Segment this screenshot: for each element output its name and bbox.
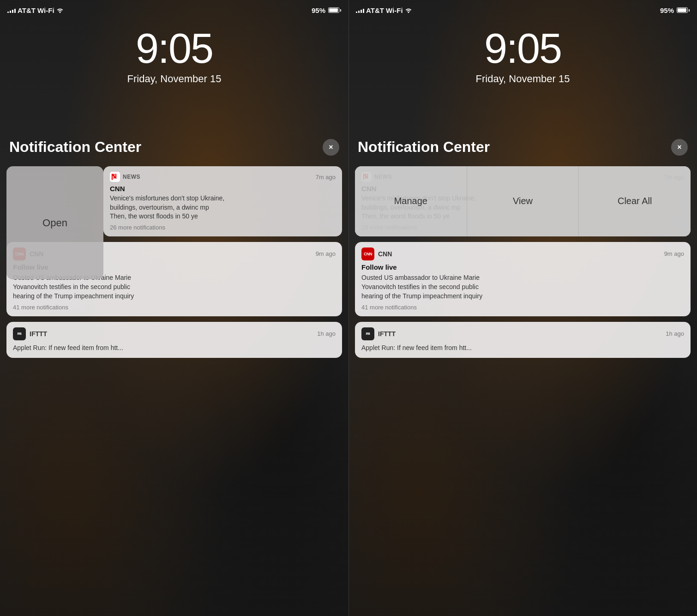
right-cnn-time: 9m ago: [664, 250, 684, 257]
screen-divider: [348, 0, 349, 616]
left-ifttt-source: ifttt IFTTT: [13, 327, 47, 340]
left-notifications-area: Open: [0, 166, 348, 616]
left-open-label[interactable]: Open: [42, 217, 67, 229]
left-ifttt-body: Applet Run: If new feed item from htt...: [13, 343, 336, 352]
left-news-body: Venice's misfortunes don't stop Ukraine,…: [110, 194, 336, 221]
right-cnn-icon: CNN: [361, 248, 374, 260]
left-status-right: 95%: [312, 6, 341, 14]
right-ifttt-icon: ifttt: [361, 327, 374, 340]
right-status-left: AT&T Wi-Fi: [356, 6, 412, 14]
right-cnn-card[interactable]: CNN CNN 9m ago Follow live Ousted US amb…: [355, 242, 691, 316]
right-carrier: AT&T Wi-Fi: [366, 6, 403, 14]
left-news-card[interactable]: NEWS 7m ago CNN Venice's misfortunes don…: [103, 166, 342, 236]
right-ifttt-app-name: IFTTT: [378, 330, 396, 338]
right-action-buttons: Manage View Clear All: [355, 166, 691, 236]
left-news-more: 26 more notifications: [110, 224, 336, 231]
left-carrier: AT&T Wi-Fi: [18, 6, 54, 14]
right-date: Friday, November 15: [348, 73, 697, 85]
left-time-display: 9:05 Friday, November 15: [0, 28, 348, 85]
right-status-right: 95%: [660, 6, 690, 14]
clear-all-button[interactable]: Clear All: [579, 166, 691, 236]
signal-bar-r2: [358, 11, 360, 13]
right-ifttt-source: ifttt IFTTT: [361, 327, 396, 340]
signal-bar-r1: [356, 12, 357, 13]
signal-bar-r4: [363, 9, 364, 13]
left-news-card-container: Open: [6, 166, 342, 236]
left-signal-bars: [7, 7, 16, 13]
left-cnn-time: 9m ago: [316, 250, 336, 257]
right-time: 9:05: [348, 28, 697, 69]
signal-bar-r3: [361, 10, 362, 13]
left-date: Friday, November 15: [0, 73, 348, 85]
left-wifi-icon: [56, 7, 64, 13]
right-cnn-more: 41 more notifications: [361, 304, 684, 311]
right-time-display: 9:05 Friday, November 15: [348, 28, 697, 85]
right-ifttt-time: 1h ago: [666, 330, 684, 337]
left-news-time: 7m ago: [316, 174, 336, 181]
right-cnn-title: Follow live: [361, 263, 684, 271]
right-news-card-container: Manage View Clear All: [355, 166, 691, 236]
left-phone-screen: AT&T Wi-Fi 95% 9:05 Friday, November 15 …: [0, 0, 348, 616]
left-news-cnn-label: CNN: [110, 185, 336, 193]
right-ifttt-card[interactable]: ifttt IFTTT 1h ago Applet Run: If new fe…: [355, 322, 691, 358]
right-cnn-app-name: CNN: [378, 250, 392, 258]
signal-bar-1: [7, 12, 9, 13]
left-time: 9:05: [0, 28, 348, 69]
left-apple-news-icon: [110, 172, 120, 182]
left-battery-pct: 95%: [312, 6, 325, 14]
left-news-source: NEWS: [110, 172, 140, 182]
left-news-app-name: NEWS: [123, 174, 140, 180]
right-phone-screen: AT&T Wi-Fi 95% 9:05 Friday, November 15 …: [348, 0, 697, 616]
left-ifttt-icon: ifttt: [13, 327, 26, 340]
manage-button[interactable]: Manage: [355, 166, 467, 236]
left-nc-header: Notification Center ×: [9, 139, 348, 156]
right-cnn-source: CNN CNN: [361, 248, 392, 260]
right-nc-header: Notification Center ×: [358, 139, 697, 156]
right-status-bar: AT&T Wi-Fi 95%: [348, 0, 697, 20]
left-ifttt-app-name: IFTTT: [30, 330, 47, 338]
left-close-button[interactable]: ×: [323, 139, 339, 156]
right-battery-icon: [677, 7, 690, 13]
right-nc-title: Notification Center: [358, 139, 490, 156]
left-ifttt-time: 1h ago: [317, 330, 336, 337]
left-cnn-more: 41 more notifications: [13, 304, 336, 311]
left-status-bar: AT&T Wi-Fi 95%: [0, 0, 348, 20]
left-battery-icon: [328, 7, 341, 13]
right-close-button[interactable]: ×: [671, 139, 688, 156]
right-ifttt-body: Applet Run: If new feed item from htt...: [361, 343, 684, 352]
right-battery-pct: 95%: [660, 6, 674, 14]
left-nc-title: Notification Center: [9, 139, 141, 156]
left-ifttt-card[interactable]: ifttt IFTTT 1h ago Applet Run: If new fe…: [6, 322, 342, 358]
news-n-svg: [110, 172, 120, 181]
right-signal-bars: [356, 7, 364, 13]
right-cnn-body: Ousted US ambassador to Ukraine MarieYov…: [361, 273, 684, 301]
left-status-left: AT&T Wi-Fi: [7, 6, 64, 14]
signal-bar-3: [12, 10, 13, 13]
right-wifi-icon: [405, 7, 412, 13]
signal-bar-2: [10, 11, 11, 13]
view-button[interactable]: View: [467, 166, 579, 236]
right-notifications-area: Manage View Clear All: [348, 166, 697, 616]
signal-bar-4: [14, 9, 16, 13]
left-open-action[interactable]: Open: [6, 166, 103, 279]
